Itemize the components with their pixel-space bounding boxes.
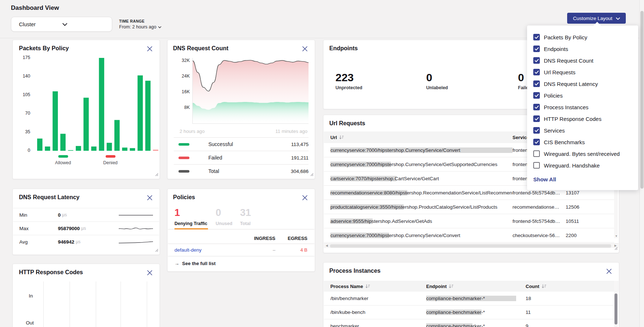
menu-item-wireguard-bytes-sent-received[interactable]: Wireguard. Bytes sent/received	[533, 148, 638, 159]
menu-item-dns-request-count[interactable]: DNS Request Count	[533, 55, 638, 66]
y-tick-label: 32K	[177, 58, 190, 63]
column-header-count[interactable]: Count	[526, 284, 546, 289]
endpoint-stat-unprotected: 223 Unprotected	[335, 72, 362, 90]
card-process-instances: Process Instances Process Name Endpoint …	[323, 262, 619, 327]
url-table-row[interactable]: currencyservice:7000/hipstershop.Currenc…	[324, 228, 614, 243]
endpoint-value: compliance-benchmarker-*	[426, 296, 485, 301]
url-value: adservice:9555/hipstershop.AdService/Get…	[330, 218, 432, 224]
latency-value: 0	[58, 212, 61, 218]
gridline	[70, 281, 70, 327]
latency-row-avg: Avg 946942 µs	[13, 235, 159, 248]
policies-tab-unused[interactable]: 0 Unused	[216, 208, 232, 226]
tab-label: Denying Traffic	[174, 221, 207, 226]
checkbox-unchecked-icon[interactable]	[533, 150, 540, 157]
legend-swatch	[178, 157, 189, 159]
menu-item-url-requests[interactable]: Url Requests	[533, 66, 638, 78]
checkbox-checked-icon[interactable]	[533, 115, 540, 122]
close-icon[interactable]	[146, 194, 153, 201]
latency-row-max: Max 95879000 µs	[13, 221, 159, 235]
card-title: Packets By Policy	[19, 45, 69, 52]
legend-item-denied[interactable]: Denied	[99, 155, 121, 165]
resize-handle-icon[interactable]	[155, 171, 158, 178]
card-title: HTTP Response Codes	[19, 269, 83, 276]
y-tick-label: 140	[18, 74, 30, 79]
policies-tab-denying-traffic[interactable]: 1 Denying Traffic	[174, 208, 207, 226]
menu-item-policies[interactable]: Policies	[533, 90, 638, 101]
sparkline	[118, 237, 154, 247]
tab-label: Total	[240, 221, 251, 226]
legend-value: 191,211	[291, 155, 309, 161]
url-value: productcatalogservice:3550/hipstershop.P…	[330, 204, 498, 210]
page-scrollbar[interactable]	[639, 0, 644, 327]
checkbox-checked-icon[interactable]	[533, 139, 540, 145]
policy-link[interactable]: default-deny	[174, 247, 201, 253]
show-all-link[interactable]: Show All	[533, 173, 638, 185]
card-title: DNS Request Latency	[19, 194, 79, 201]
scroll-left-arrow-icon: ◀	[326, 244, 328, 247]
close-icon[interactable]	[146, 269, 153, 276]
resize-handle-icon[interactable]	[155, 247, 158, 253]
process-table-row[interactable]: /bin/benchmarker compliance-benchmarker-…	[324, 292, 614, 306]
menu-item-services[interactable]: Services	[533, 125, 638, 136]
sort-icon	[449, 284, 453, 288]
checkbox-checked-icon[interactable]	[533, 69, 540, 75]
legend-row-total[interactable]: Total 304,686	[174, 164, 309, 178]
y-tick-label: 105	[18, 92, 30, 97]
legend-item-allowed[interactable]: Allowed	[52, 155, 74, 165]
checkbox-checked-icon[interactable]	[533, 104, 540, 110]
checkbox-unchecked-icon[interactable]	[533, 162, 540, 169]
checkbox-checked-icon[interactable]	[533, 46, 540, 52]
resize-handle-icon[interactable]	[614, 245, 618, 252]
menu-item-wireguard-handshake[interactable]: Wireguard. Handshake	[533, 159, 638, 171]
column-header-process-name[interactable]: Process Name	[330, 284, 426, 289]
tab-value: 31	[240, 208, 251, 218]
checkbox-checked-icon[interactable]	[533, 92, 540, 99]
close-icon[interactable]	[302, 194, 308, 201]
customize-layout-menu: Packets By PolicyEndpointsDNS Request Co…	[527, 25, 638, 190]
url-table-row[interactable]: adservice:9555/hipstershop.AdService/Get…	[324, 214, 614, 228]
resize-handle-icon[interactable]	[310, 171, 314, 178]
column-header-endpoint[interactable]: Endpoint	[426, 284, 526, 289]
card-dns-request-latency: DNS Request Latency Min 0 µs Max 9587900…	[12, 189, 160, 255]
url-value: cartservice:7070/hipstershop.CartService…	[330, 176, 439, 181]
legend-row-successful[interactable]: Successful 113,475	[174, 137, 309, 151]
legend-row-failed[interactable]: Failed 191,211	[174, 151, 309, 164]
gridline	[121, 281, 121, 327]
time-range[interactable]: TIME RANGE From: 2 hours ago	[119, 19, 161, 29]
time-range-value: From: 2 hours ago	[119, 24, 156, 29]
process-table-row[interactable]: /bin/kube-bench compliance-benchmarker-*…	[324, 306, 614, 319]
latency-unit: µs	[76, 239, 80, 244]
ingress-column-header: INGRESS	[250, 236, 275, 241]
policies-tab-total[interactable]: 31 Total	[240, 208, 251, 226]
menu-item-label: Process Instances	[544, 104, 589, 110]
close-icon[interactable]	[302, 46, 308, 52]
gridline	[96, 281, 96, 327]
close-icon[interactable]	[606, 268, 612, 275]
menu-item-process-instances[interactable]: Process Instances	[533, 101, 638, 113]
process-table-row[interactable]: benchmarker compliance-benchmarker-* 9	[324, 319, 614, 327]
menu-item-endpoints[interactable]: Endpoints	[533, 43, 638, 55]
menu-item-http-response-codes[interactable]: HTTP Response Codes	[533, 113, 638, 125]
checkbox-checked-icon[interactable]	[533, 34, 540, 40]
cluster-selector[interactable]: Cluster	[11, 17, 112, 32]
menu-item-label: Packets By Policy	[544, 34, 587, 40]
legend-label: Total	[208, 168, 291, 174]
horizontal-scrollbar[interactable]: ◀ ▶	[324, 243, 619, 248]
close-icon[interactable]	[146, 46, 153, 52]
url-table-row[interactable]: productcatalogservice:3550/hipstershop.P…	[324, 200, 614, 214]
sort-icon	[339, 135, 344, 139]
latency-unit: µs	[62, 212, 67, 217]
card-title: Process Instances	[329, 268, 381, 274]
checkbox-checked-icon[interactable]	[533, 80, 540, 87]
checkbox-checked-icon[interactable]	[533, 127, 540, 134]
see-full-list-link[interactable]: → See the full list	[174, 261, 216, 266]
checkbox-checked-icon[interactable]	[533, 57, 540, 64]
menu-item-label: Url Requests	[544, 69, 576, 75]
stat-label: Unlabeled	[426, 85, 448, 90]
menu-item-dns-request-latency[interactable]: DNS Request Latency	[533, 78, 638, 90]
menu-item-cis-benchmarks[interactable]: CIS Benchmarks	[533, 136, 638, 148]
column-header-url[interactable]: Url	[330, 135, 513, 140]
vertical-scrollbar[interactable]	[614, 281, 618, 327]
y-tick-label: 16K	[177, 89, 190, 94]
menu-item-packets-by-policy[interactable]: Packets By Policy	[533, 31, 638, 43]
